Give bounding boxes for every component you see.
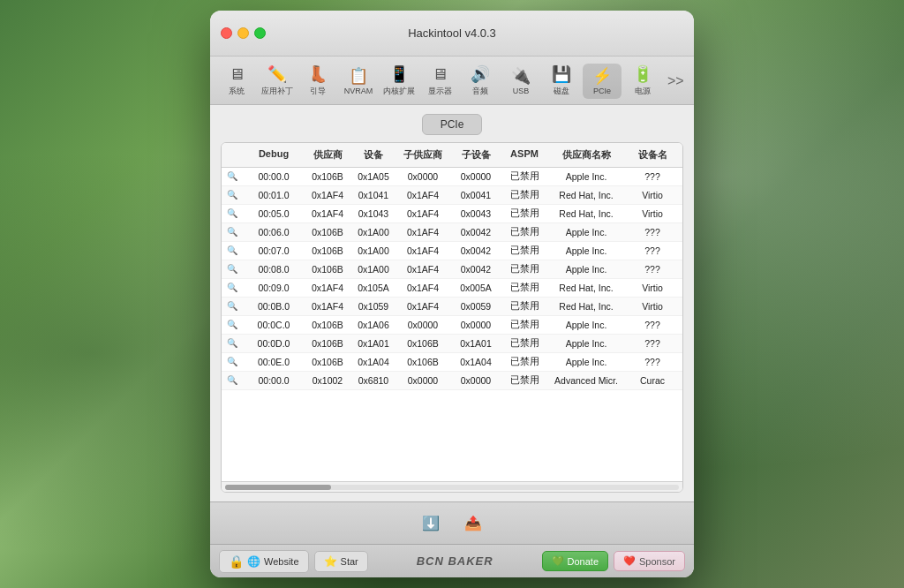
usb-icon: 🔌: [511, 67, 531, 87]
table-row[interactable]: 🔍 00:08.0 0x106B 0x1A00 0x1AF4 0x0042 已禁…: [222, 260, 682, 279]
th-search: [222, 147, 243, 163]
toolbar-item-display[interactable]: 🖥 显示器: [420, 62, 459, 101]
td-vendor: 0x106B: [305, 169, 350, 185]
toolbar-item-disk[interactable]: 💾 磁盘: [542, 62, 581, 101]
close-button[interactable]: [221, 27, 232, 39]
horizontal-scrollbar[interactable]: [222, 481, 682, 492]
kext-label: 内核扩展: [383, 86, 415, 97]
td-device-name: Virtio: [626, 280, 679, 296]
td-vendor: 0x106B: [305, 243, 350, 259]
toolbar-more-button[interactable]: >>: [664, 70, 688, 93]
td-device: 0x1A05: [350, 169, 396, 185]
table-row[interactable]: 🔍 00:09.0 0x1AF4 0x105A 0x1AF4 0x005A 已禁…: [222, 279, 682, 298]
import-icon: ⬇️: [422, 515, 440, 531]
sponsor-button[interactable]: ❤️ Sponsor: [614, 551, 685, 571]
td-aspm: 已禁用: [502, 353, 546, 371]
guide-icon: 👢: [308, 65, 328, 85]
td-vendor: 0x106B: [305, 317, 350, 333]
td-aspm: 已禁用: [502, 205, 546, 222]
td-device-name: Virtio: [626, 187, 679, 203]
td-device-name: Curac: [626, 373, 679, 388]
table-row[interactable]: 🔍 00:00.0 0x106B 0x1A05 0x0000 0x0000 已禁…: [222, 168, 682, 186]
td-aspm: 已禁用: [502, 372, 546, 389]
toolbar-item-system[interactable]: 🖥 系统: [217, 62, 256, 101]
table-row[interactable]: 🔍 00:06.0 0x106B 0x1A00 0x1AF4 0x0042 已禁…: [222, 223, 682, 242]
table-row[interactable]: 🔍 00:07.0 0x106B 0x1A00 0x1AF4 0x0042 已禁…: [222, 242, 682, 260]
td-vendor: 0x1AF4: [305, 298, 350, 314]
usb-label: USB: [513, 87, 530, 95]
toolbar-item-power[interactable]: 🔋 电源: [623, 62, 662, 101]
donate-button[interactable]: 💚 Donate: [542, 551, 608, 571]
table-row[interactable]: 🔍 00:0E.0 0x106B 0x1A04 0x106B 0x1A04 已禁…: [222, 353, 682, 372]
pcie-label: PCIe: [593, 87, 611, 95]
td-vendor-name: Apple Inc.: [546, 354, 626, 370]
td-vendor: 0x106B: [305, 261, 350, 277]
toolbar-item-kext[interactable]: 📱 内核扩展: [380, 62, 418, 101]
minimize-button[interactable]: [237, 27, 249, 39]
td-device: 0x1059: [350, 298, 396, 314]
lock-icon: 🔒: [229, 554, 244, 569]
td-debug: 00:00.0: [243, 373, 305, 388]
td-vendor: 0x106B: [305, 335, 350, 351]
td-aspm: 已禁用: [502, 335, 546, 352]
td-vendor: 0x106B: [305, 354, 350, 370]
td-debug: 00:00.0: [243, 169, 305, 185]
td-debug: 00:0B.0: [243, 298, 305, 314]
th-debug: Debug: [243, 147, 305, 163]
td-sub-vendor: 0x1AF4: [396, 298, 449, 314]
td-sub-device: 0x1A04: [449, 354, 502, 370]
td-sub-device: 0x0042: [449, 224, 502, 240]
patch-label: 应用补丁: [261, 86, 293, 97]
maximize-button[interactable]: [254, 27, 266, 39]
table-row[interactable]: 🔍 00:05.0 0x1AF4 0x1043 0x1AF4 0x0043 已禁…: [222, 205, 682, 223]
td-device: 0x1A00: [350, 261, 396, 277]
star-button[interactable]: ⭐ Star: [314, 551, 368, 572]
toolbar-item-pcie[interactable]: ⚡ PCIe: [583, 64, 622, 100]
search-icon-cell: 🔍: [222, 261, 243, 276]
table-row[interactable]: 🔍 00:01.0 0x1AF4 0x1041 0x1AF4 0x0041 已禁…: [222, 186, 682, 205]
td-vendor-name: Apple Inc.: [546, 261, 626, 277]
nvram-icon: 📋: [349, 67, 368, 87]
td-vendor-name: Red Hat, Inc.: [546, 206, 626, 222]
td-device-name: ???: [626, 243, 679, 259]
toolbar-item-patch[interactable]: ✏️ 应用补丁: [258, 62, 297, 101]
toolbar-item-guide[interactable]: 👢 引导: [298, 62, 337, 101]
td-debug: 00:0E.0: [243, 354, 305, 370]
globe-icon: 🌐: [247, 555, 260, 568]
th-vendor-name: 供应商名称: [546, 147, 626, 163]
toolbar-item-nvram[interactable]: 📋 NVRAM: [339, 64, 378, 100]
export-button[interactable]: 📤: [457, 511, 489, 535]
td-vendor: 0x1AF4: [305, 206, 350, 222]
toolbar-item-usb[interactable]: 🔌 USB: [501, 64, 540, 100]
display-icon: 🖥: [432, 65, 448, 85]
td-aspm: 已禁用: [502, 223, 546, 241]
table-row[interactable]: 🔍 00:0D.0 0x106B 0x1A01 0x106B 0x1A01 已禁…: [222, 335, 682, 353]
import-button[interactable]: ⬇️: [415, 511, 447, 535]
td-device: 0x1A04: [350, 354, 396, 370]
td-sub-device: 0x0000: [449, 317, 502, 333]
td-sub-device: 0x0043: [449, 206, 502, 222]
th-device-name: 设备名: [626, 147, 679, 163]
titlebar: Hackintool v4.0.3: [210, 11, 694, 57]
scrollbar-thumb[interactable]: [225, 485, 331, 490]
search-icon-cell: 🔍: [222, 317, 243, 332]
th-sub-vendor: 子供应商: [396, 147, 449, 163]
footer-logo: BCN BAKER: [373, 554, 537, 568]
td-vendor-name: Apple Inc.: [546, 317, 626, 333]
search-icon-cell: 🔍: [222, 354, 243, 369]
table-row[interactable]: 🔍 00:0C.0 0x106B 0x1A06 0x0000 0x0000 已禁…: [222, 316, 682, 335]
td-device: 0x105A: [350, 280, 396, 296]
tab-pcie[interactable]: PCIe: [422, 114, 483, 135]
website-button[interactable]: 🔒 🌐 Website: [219, 550, 309, 573]
table-row[interactable]: 🔍 00:00.0 0x1002 0x6810 0x0000 0x0000 已禁…: [222, 372, 682, 390]
table-row[interactable]: 🔍 00:0B.0 0x1AF4 0x1059 0x1AF4 0x0059 已禁…: [222, 298, 682, 316]
td-device-name: ???: [626, 354, 679, 370]
content-area: PCIe Debug 供应商 设备 子供应商 子设备 ASPM 供应商名称 设备…: [210, 105, 694, 501]
td-aspm: 已禁用: [502, 168, 546, 185]
toolbar-item-audio[interactable]: 🔊 音频: [461, 62, 500, 101]
td-sub-vendor: 0x106B: [396, 335, 449, 351]
td-vendor-name: Red Hat, Inc.: [546, 187, 626, 203]
donate-label: Donate: [568, 556, 599, 567]
td-sub-device: 0x0000: [449, 373, 502, 388]
td-vendor-name: Apple Inc.: [546, 243, 626, 259]
